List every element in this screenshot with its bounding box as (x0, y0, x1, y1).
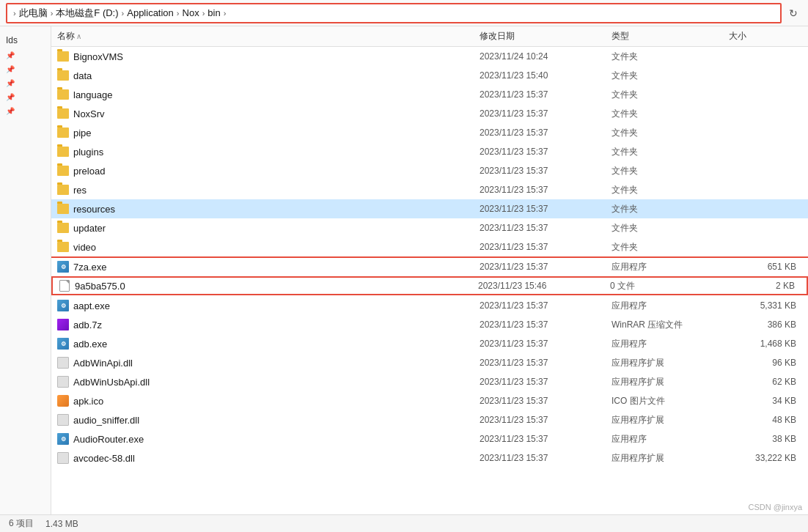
refresh-button[interactable]: ↻ (785, 4, 802, 22)
file-type: 文件夹 (611, 222, 729, 234)
dll-icon (57, 357, 69, 369)
col-header-name[interactable]: 名称 ∧ (57, 30, 480, 43)
file-icon-wrapper (57, 108, 69, 119)
table-row[interactable]: apk.ico2023/11/23 15:37ICO 图片文件34 KB (51, 391, 808, 410)
col-header-size[interactable]: 大小 (729, 30, 802, 43)
sidebar-pin-5[interactable]: 📌 (0, 104, 51, 118)
file-name-cell: ⚙aapt.exe (57, 300, 480, 311)
file-rows-container: BignoxVMS2023/11/24 10:24文件夹data2023/11/… (51, 47, 808, 468)
table-row[interactable]: ⚙7za.exe2023/11/23 15:37应用程序651 KB (51, 256, 808, 276)
file-name-cell: data (57, 70, 480, 81)
sidebar-pin-3[interactable]: 📌 (0, 76, 51, 90)
file-icon-wrapper (57, 203, 69, 215)
table-row[interactable]: audio_sniffer.dll2023/11/23 15:37应用程序扩展4… (51, 410, 808, 429)
file-type: 应用程序扩展 (611, 357, 729, 369)
file-date: 2023/11/23 15:37 (480, 242, 611, 252)
file-name-cell: ⚙7za.exe (57, 261, 480, 273)
file-date: 2023/11/23 15:37 (480, 377, 611, 387)
breadcrumb-application[interactable]: Application (127, 7, 174, 18)
table-row[interactable]: avcodec-58.dll2023/11/23 15:37应用程序扩展33,2… (51, 448, 808, 468)
file-name: 7za.exe (73, 262, 107, 273)
file-size: 62 KB (729, 377, 802, 387)
pin-icon-1: 📌 (6, 51, 15, 59)
col-header-date[interactable]: 修改日期 (480, 30, 611, 43)
generic-file-icon (59, 280, 70, 292)
sep1: › (51, 9, 54, 18)
explorer-window: › 此电脑 › 本地磁盘F (D:) › Application › Nox ›… (0, 0, 808, 532)
file-icon-wrapper (57, 146, 69, 158)
file-date: 2023/11/23 15:37 (480, 128, 611, 138)
table-row[interactable]: AdbWinApi.dll2023/11/23 15:37应用程序扩展96 KB (51, 353, 808, 372)
file-type: 文件夹 (611, 127, 729, 139)
file-size: 5,331 KB (729, 300, 802, 311)
table-row[interactable]: 9a5ba575.02023/11/23 15:460 文件2 KB (51, 276, 808, 295)
file-name: BignoxVMS (73, 51, 123, 62)
file-size: 2 KB (727, 281, 801, 291)
file-icon-wrapper (57, 452, 69, 464)
file-icon-wrapper (57, 184, 69, 196)
table-row[interactable]: ⚙AudioRouter.exe2023/11/23 15:37应用程序38 K… (51, 429, 808, 448)
table-row[interactable]: preload2023/11/23 15:37文件夹 (51, 161, 808, 180)
breadcrumb-bin[interactable]: bin (207, 7, 220, 18)
file-name: video (73, 242, 96, 253)
folder-icon (57, 51, 69, 62)
table-row[interactable]: pipe2023/11/23 15:37文件夹 (51, 123, 808, 142)
folder-icon (57, 185, 69, 195)
table-row[interactable]: updater2023/11/23 15:37文件夹 (51, 218, 808, 237)
table-row[interactable]: res2023/11/23 15:37文件夹 (51, 180, 808, 199)
table-row[interactable]: data2023/11/23 15:40文件夹 (51, 66, 808, 85)
file-date: 2023/11/23 15:37 (480, 453, 611, 463)
table-row[interactable]: plugins2023/11/23 15:37文件夹 (51, 142, 808, 161)
breadcrumb-pc[interactable]: 此电脑 (19, 7, 48, 20)
file-type: WinRAR 压缩文件 (611, 319, 729, 331)
table-row[interactable]: adb.7z2023/11/23 15:37WinRAR 压缩文件386 KB (51, 315, 808, 334)
status-size: 1.43 MB (45, 519, 78, 529)
table-row[interactable]: video2023/11/23 15:37文件夹 (51, 237, 808, 256)
exe-icon: ⚙ (57, 338, 69, 350)
folder-icon (57, 204, 69, 214)
file-date: 2023/11/23 15:40 (480, 70, 611, 81)
file-date: 2023/11/23 15:37 (480, 319, 611, 330)
sidebar-pin-2[interactable]: 📌 (0, 62, 51, 76)
table-row[interactable]: AdbWinUsbApi.dll2023/11/23 15:37应用程序扩展62… (51, 372, 808, 391)
file-name-cell: updater (57, 222, 480, 234)
sidebar-pin-4[interactable]: 📌 (0, 90, 51, 104)
file-size: 34 KB (729, 396, 802, 406)
file-name: res (73, 185, 87, 196)
file-icon-wrapper (57, 395, 69, 407)
dll-icon (57, 376, 69, 388)
file-date: 2023/11/23 15:37 (480, 434, 611, 444)
table-row[interactable]: resources2023/11/23 15:37文件夹 (51, 199, 808, 218)
breadcrumb-area[interactable]: › 此电脑 › 本地磁盘F (D:) › Application › Nox ›… (6, 3, 782, 23)
file-name-cell: pipe (57, 127, 480, 138)
file-icon-wrapper (57, 70, 69, 81)
file-icon-wrapper (59, 280, 70, 292)
table-row[interactable]: ⚙aapt.exe2023/11/23 15:37应用程序5,331 KB (51, 296, 808, 315)
table-row[interactable]: ⚙adb.exe2023/11/23 15:37应用程序1,468 KB (51, 334, 808, 353)
breadcrumb-drive[interactable]: 本地磁盘F (D:) (56, 7, 118, 20)
status-count: 6 项目 (9, 517, 34, 530)
file-type: 应用程序扩展 (611, 376, 729, 388)
table-row[interactable]: NoxSrv2023/11/23 15:37文件夹 (51, 104, 808, 123)
file-name-cell: 9a5ba575.0 (59, 280, 478, 292)
breadcrumb-nox[interactable]: Nox (183, 7, 199, 18)
pin-icon-4: 📌 (6, 93, 15, 101)
file-name-cell: language (57, 89, 480, 100)
table-row[interactable]: BignoxVMS2023/11/24 10:24文件夹 (51, 47, 808, 66)
folder-icon (57, 128, 69, 138)
file-name: resources (73, 204, 115, 215)
table-row[interactable]: language2023/11/23 15:37文件夹 (51, 85, 808, 104)
file-list-area[interactable]: 名称 ∧ 修改日期 类型 大小 BignoxVMS2023/11/24 10:2… (51, 26, 808, 514)
folder-icon (57, 70, 69, 81)
file-date: 2023/11/23 15:37 (480, 339, 611, 349)
sidebar-pin-1[interactable]: 📌 (0, 48, 51, 62)
sidebar-ids[interactable]: Ids (0, 32, 51, 48)
file-name-cell: AdbWinUsbApi.dll (57, 376, 480, 388)
sep2: › (122, 9, 125, 18)
file-name-cell: AdbWinApi.dll (57, 357, 480, 369)
file-type: 0 文件 (610, 280, 727, 292)
col-header-type[interactable]: 类型 (611, 30, 729, 43)
file-name-cell: plugins (57, 146, 480, 158)
file-icon-wrapper (57, 222, 69, 234)
file-size: 386 KB (729, 319, 802, 330)
